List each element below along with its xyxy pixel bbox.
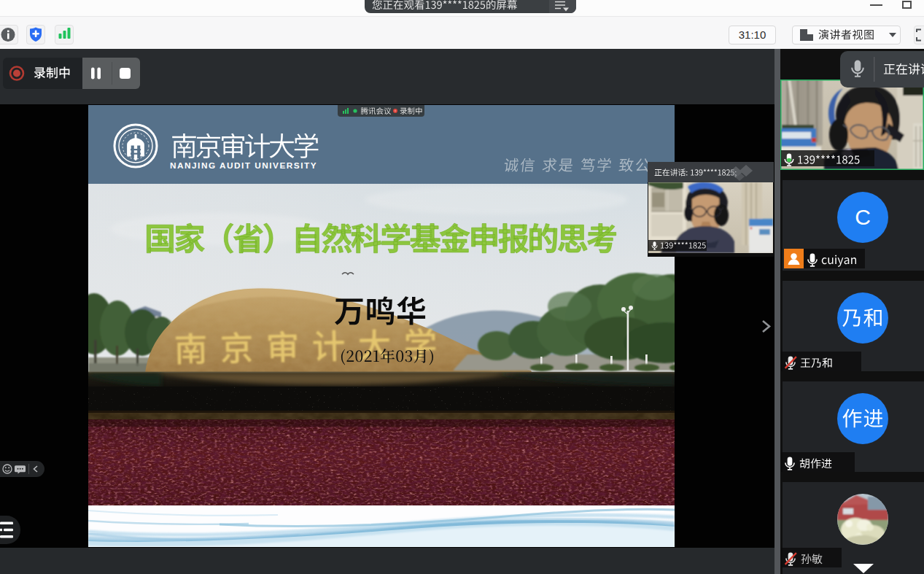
svg-text:NANJING AUDIT UNIVERSITY: NANJING AUDIT UNIVERSITY — [170, 160, 317, 171]
